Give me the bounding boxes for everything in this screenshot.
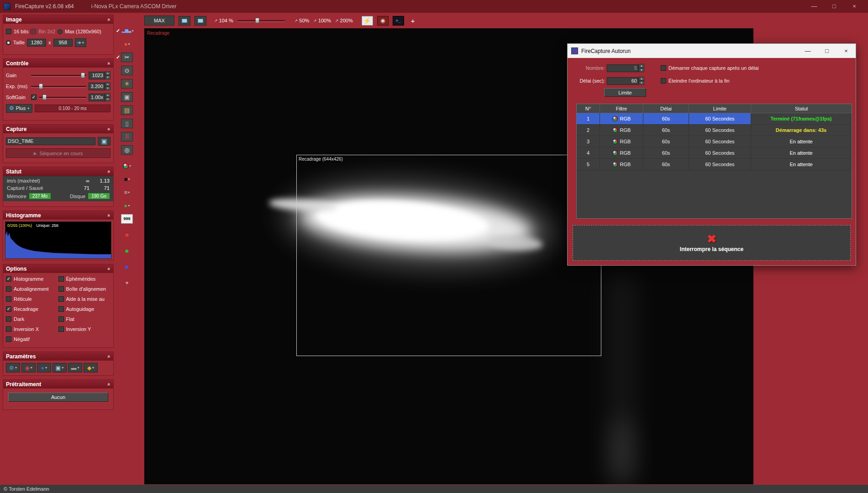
zoom-200-button[interactable]: ↗ 200%	[335, 18, 353, 23]
full-screen-button[interactable]	[195, 16, 206, 26]
gain-value-input[interactable]	[89, 72, 105, 79]
collapse-icon[interactable]: «	[106, 383, 112, 385]
plus-dropdown-button[interactable]: ⚙ Plus ▾	[6, 104, 32, 113]
collapse-icon[interactable]: «	[106, 267, 112, 270]
autorun-row-5[interactable]: 5 RGB 60s 60 Secondes En attente	[577, 159, 852, 170]
option-inversion-x[interactable]: Inversion X	[6, 325, 58, 333]
trash-icon[interactable]: ▯	[121, 119, 133, 128]
color-balance-icon[interactable]: ●▾	[121, 39, 133, 49]
nombre-spinner[interactable]: ▴ ▾	[639, 64, 644, 72]
softgain-slider[interactable]	[39, 94, 86, 100]
monitor-settings-button[interactable]: ▣▾	[53, 363, 67, 372]
collapse-icon[interactable]: «	[106, 127, 112, 130]
display-settings-button[interactable]: ●▾	[37, 363, 51, 372]
option-histogramme[interactable]: ✓Histogramme	[6, 275, 58, 283]
add-tool-button[interactable]: +	[411, 17, 415, 25]
option-ephemerides[interactable]: Éphémérides	[58, 275, 111, 283]
option-autoguidage[interactable]: Autoguidage	[58, 305, 111, 313]
console-button[interactable]: >_	[393, 16, 404, 26]
bits-checkbox[interactable]	[6, 29, 11, 34]
option-autoalignement[interactable]: Autoalignement	[6, 285, 58, 293]
taille-radio[interactable]	[6, 40, 11, 45]
filename-input[interactable]	[6, 137, 95, 145]
autorun-dialog-titlebar[interactable]: FireCapture Autorun — □ ×	[568, 44, 856, 58]
capture-settings-button[interactable]: ▣	[98, 137, 110, 146]
zoom-50-button[interactable]: ↗ 50%	[295, 18, 310, 23]
option-negatif[interactable]: Négatif	[6, 335, 58, 343]
folder-icon[interactable]: ▤	[121, 105, 133, 115]
zoom-100-button[interactable]: ↗ 100%	[313, 18, 331, 23]
delay-each-capture-checkbox[interactable]	[661, 65, 666, 71]
spin-up-icon[interactable]: ▴	[639, 64, 644, 68]
width-input[interactable]	[27, 39, 46, 47]
spin-down-icon[interactable]: ▾	[639, 68, 644, 72]
blue-indicator-icon[interactable]: ●	[121, 262, 133, 272]
option-dark[interactable]: Dark	[6, 315, 58, 323]
autorun-row-4[interactable]: 4 RGB 60s 60 Secondes En attente	[577, 147, 852, 159]
settings-gear-button[interactable]: ⚙▾	[6, 363, 20, 372]
apply-size-button[interactable]: ➔ ▾	[75, 38, 86, 47]
close-button[interactable]: ×	[844, 0, 864, 13]
softgain-spinner[interactable]: ▴ ▾	[105, 93, 110, 101]
spin-up-icon[interactable]: ▴	[105, 71, 110, 75]
spin-up-icon[interactable]: ▴	[105, 93, 110, 97]
collapse-icon[interactable]: «	[106, 62, 112, 64]
softgain-value-input[interactable]	[89, 94, 105, 101]
fit-screen-button[interactable]	[179, 16, 190, 26]
color-wheel-button[interactable]: ◉▾	[21, 363, 36, 372]
option-boite-alignement[interactable]: Boîte d'alignemen	[58, 285, 111, 293]
dialog-maximize-button[interactable]: □	[817, 44, 836, 58]
hot-pixel-icon[interactable]: ⠿	[121, 132, 133, 142]
gain-spinner[interactable]: ▴ ▾	[105, 71, 110, 79]
exposure-value-input[interactable]	[89, 83, 105, 90]
autorun-row-2[interactable]: 2 RGB 60s 60 Secondes Démarrage dans: 43…	[577, 125, 852, 136]
softgain-checkbox[interactable]: ✓	[31, 94, 37, 100]
spin-up-icon[interactable]: ▴	[639, 77, 644, 81]
delai-input[interactable]	[607, 77, 639, 85]
dialog-minimize-button[interactable]: —	[798, 44, 817, 58]
limite-button[interactable]: Limite	[604, 88, 646, 97]
max-button[interactable]: MAX	[144, 16, 174, 26]
collapse-icon[interactable]: «	[106, 170, 112, 173]
height-input[interactable]	[53, 39, 73, 47]
exposure-slider[interactable]	[31, 83, 86, 89]
add-icon[interactable]: +	[121, 278, 133, 288]
spin-down-icon[interactable]: ▾	[105, 97, 110, 101]
histogram-display-icon[interactable]: ▂▆▃▾	[121, 26, 135, 36]
autorun-button[interactable]: ⚡	[362, 16, 373, 26]
red-indicator-icon[interactable]: ●	[121, 230, 133, 240]
dark-frame-icon[interactable]: ■▾	[121, 174, 133, 184]
option-inversion-y[interactable]: Inversion Y	[58, 325, 111, 333]
autorun-row-1[interactable]: 1 RGB 60s 60 Secondes Terminé (71frames@…	[577, 113, 852, 125]
spin-down-icon[interactable]: ▾	[105, 86, 110, 90]
camera-icon[interactable]: ▣	[121, 92, 133, 102]
interrupt-sequence-button[interactable]: ✖ Interrompre la séquence	[573, 225, 851, 261]
misc-settings-button[interactable]: ▬▾	[68, 363, 82, 372]
spin-down-icon[interactable]: ▾	[639, 81, 644, 85]
option-recadrage[interactable]: ✓Recadrage	[6, 305, 58, 313]
option-flat[interactable]: Flat	[58, 315, 111, 323]
collapse-icon[interactable]: «	[106, 355, 112, 357]
shutdown-checkbox[interactable]	[661, 78, 666, 84]
green-filter-icon[interactable]: ●▾	[121, 201, 133, 210]
spin-up-icon[interactable]: ▴	[105, 82, 110, 86]
dialog-close-button[interactable]: ×	[836, 44, 856, 58]
spin-down-icon[interactable]: ▾	[105, 75, 110, 79]
gain-slider[interactable]	[31, 72, 86, 79]
tools-settings-button[interactable]: ◆▾	[84, 363, 98, 372]
delai-spinner[interactable]: ▴ ▾	[639, 77, 644, 85]
sparkle-icon[interactable]: ✳	[121, 79, 133, 89]
max-resolution-radio[interactable]	[58, 29, 63, 34]
autorun-row-3[interactable]: 3 RGB 60s 60 Secondes En attente	[577, 136, 852, 147]
magnifier-icon[interactable]: ⊙	[121, 66, 133, 75]
collapse-icon[interactable]: «	[106, 214, 112, 216]
exposure-spinner[interactable]: ▴ ▾	[105, 82, 110, 90]
maximize-button[interactable]: □	[824, 0, 844, 13]
option-reticule[interactable]: Réticule	[6, 295, 58, 303]
collapse-icon[interactable]: «	[106, 18, 112, 21]
rgb-filter-icon[interactable]: ▾	[121, 161, 133, 171]
nombre-input[interactable]	[607, 64, 639, 72]
zoom-slider[interactable]	[237, 17, 285, 24]
option-aide-mise-au-point[interactable]: Aide à la mise au	[58, 295, 111, 303]
pretraitement-aucun-button[interactable]: Aucun	[8, 393, 108, 402]
